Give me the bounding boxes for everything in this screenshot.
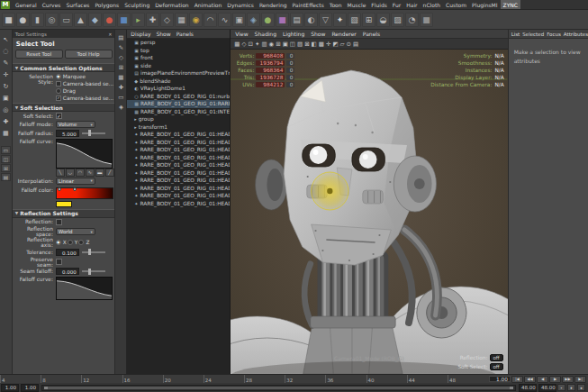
playback-button[interactable]: ◀◀ (524, 376, 536, 383)
outliner-menu-item[interactable]: Display (131, 31, 150, 37)
frame-tick[interactable]: 12 (81, 375, 122, 383)
shelf-tab-zync[interactable]: ZYNC (501, 0, 520, 9)
shelf-tab[interactable]: PluginsMI (469, 0, 500, 9)
playback-button[interactable]: ▶▶ (562, 376, 574, 383)
outliner-row[interactable]: ✦ RARE_BODY_01_GEO_RIG_01:HEAD_LIGHT_03 (127, 146, 230, 154)
playback-button[interactable]: ◀ (537, 376, 548, 383)
shelf-tab[interactable]: Sculpting (122, 0, 152, 9)
option-box[interactable] (78, 240, 84, 245)
shelf-icon[interactable]: ◉ (189, 13, 203, 27)
layout-button[interactable]: ◫ (1, 155, 11, 163)
playback-start-field[interactable]: 1.00 (21, 384, 39, 392)
outliner-row[interactable]: ▣ front (127, 54, 230, 62)
outliner-row[interactable]: ✦ RARE_BODY_01_GEO_RIG_01:HEAD_LIGHT_05 (127, 161, 230, 169)
viewport-toolbar-icon[interactable]: ⊠ (304, 41, 309, 48)
shelf-icon[interactable]: ✦ (333, 13, 347, 27)
tool-icon[interactable]: ✚ (0, 115, 11, 127)
frame-tick[interactable]: 44 (407, 375, 448, 383)
option-box[interactable]: ● (56, 74, 61, 79)
attribute-menu-item[interactable]: Focus (547, 32, 561, 37)
tolerance-slider[interactable] (82, 251, 105, 253)
section-common-selection-options[interactable]: ▼ Common Selection Options (13, 63, 115, 72)
selection-style-option[interactable]: ✓ Camera-based se... (56, 96, 113, 101)
section-reflection-settings[interactable]: ▼ Reflection Settings (13, 209, 115, 218)
viewport-toolbar-icon[interactable]: ▣ (283, 41, 288, 48)
viewport-menu-item[interactable]: Lighting (283, 31, 304, 37)
outliner-row[interactable]: ✦ RARE_BODY_01_GEO_RIG_01:HEAD_LIGHT_09 (127, 192, 230, 200)
viewport-menu-item[interactable]: Panels (363, 31, 380, 37)
attribute-menu-item[interactable]: Attributes (564, 32, 588, 37)
selection-style-option[interactable]: Drag (56, 88, 113, 94)
interpolation-dropdown[interactable]: Linear ▾ (56, 178, 95, 185)
outliner-row[interactable]: ✦ RARE_BODY_01_GEO_RIG_01:HEAD_LIGHT_10 (127, 200, 230, 208)
shelf-icon[interactable]: ■ (420, 13, 433, 27)
outliner-row[interactable]: ▦ RARE_BODY_01_GEO_RIG_01:INTERNAL_GEO (127, 108, 230, 116)
tool-icon[interactable]: ▦ (0, 127, 11, 139)
falloff-curve-widget[interactable] (56, 139, 113, 169)
tool-icon[interactable]: ✛ (0, 68, 11, 80)
slider-handle[interactable] (88, 269, 91, 275)
outliner-row[interactable]: ✦ RARE_BODY_01_GEO_RIG_01:HEAD_LIGHT_06 (127, 169, 230, 178)
viewport-toolbar-icon[interactable]: ▩ (319, 41, 324, 48)
shelf-icon[interactable]: ▭ (59, 13, 73, 27)
frame-tick[interactable]: 20 (163, 375, 204, 383)
reflection-checkbox[interactable] (56, 219, 62, 225)
timeline-option-button[interactable]: ♦ (567, 384, 575, 391)
shelf-tab[interactable]: Curves (40, 0, 64, 9)
outliner-row[interactable]: ▣ persp (127, 39, 230, 47)
outliner-row[interactable]: ◐ VRayLightDome1 (127, 85, 230, 93)
soft-select-checkbox[interactable]: ✓ (56, 113, 62, 119)
playback-button[interactable]: ▶ (549, 376, 561, 383)
frame-tick[interactable]: 32 (285, 375, 325, 383)
frame-tick[interactable]: 24 (204, 375, 244, 383)
viewport-toolbar-icon[interactable]: ◧ (312, 41, 317, 48)
close-icon[interactable]: ✕ (108, 32, 112, 37)
ramp-marker[interactable] (58, 187, 61, 191)
shelf-tab[interactable]: Muscle (345, 0, 369, 9)
slider-handle[interactable] (88, 249, 91, 255)
shelf-icon[interactable]: ■ (117, 13, 131, 27)
viewport-toolbar-icon[interactable]: ✛ (326, 41, 330, 48)
panel-strip-icon[interactable]: ◈ (116, 102, 126, 112)
shelf-icon[interactable]: ◆ (88, 13, 102, 27)
outliner-row[interactable]: ✦ RARE_BODY_01_GEO_RIG_01:HEAD_LIGHT_07 (127, 177, 230, 185)
shelf-tab[interactable]: nCloth (421, 0, 444, 9)
timeline-option-button[interactable]: ● (577, 384, 585, 391)
panel-strip-icon[interactable]: ▭ (116, 92, 126, 102)
playback-end-field[interactable]: 48.00 (519, 384, 537, 392)
shelf-icon[interactable]: ▮ (31, 13, 44, 27)
outliner-row[interactable]: ▸ transform1 (127, 123, 230, 132)
tool-icon[interactable]: ◎ (0, 104, 11, 115)
frame-tick[interactable]: 28 (244, 375, 285, 383)
reset-tool-button[interactable]: Reset Tool (15, 50, 63, 59)
option-box[interactable] (68, 240, 73, 245)
selection-style-option[interactable]: Camera-based se... (56, 81, 113, 87)
reflection-axis-option[interactable]: Y (68, 240, 78, 245)
outliner-row[interactable]: ○ RARE_BODY_01_GEO_RIG_01:nurbsCircle3D (127, 93, 230, 101)
shelf-icon[interactable]: ◔ (405, 13, 419, 27)
range-slider-track[interactable] (41, 385, 516, 391)
shelf-tab[interactable]: Toon (327, 0, 345, 9)
shelf-icon[interactable]: ◈ (247, 13, 260, 27)
current-frame-field[interactable]: 1.00 (489, 376, 511, 382)
viewport-toolbar-icon[interactable]: ▤ (353, 41, 358, 48)
shelf-icon[interactable]: ◐ (304, 13, 318, 27)
shelf-tab[interactable]: Dynamics (224, 0, 257, 9)
shelf-tab[interactable]: Animation (192, 0, 225, 9)
shelf-icon[interactable]: ▽ (319, 13, 332, 27)
viewport-toolbar-icon[interactable]: ▥ (261, 41, 267, 48)
reflection-axis-option[interactable]: Z (78, 240, 89, 245)
frame-tick[interactable]: 4 (0, 375, 41, 383)
slider-handle[interactable] (88, 130, 91, 136)
shelf-icon[interactable]: ▦ (175, 13, 188, 27)
shelf-tab[interactable]: Deformation (152, 0, 191, 9)
viewport-toolbar-icon[interactable]: ⊞ (276, 41, 280, 48)
outliner-row[interactable]: ▤ imagePlaneEnvironmentPreviewTm (127, 69, 230, 77)
shelf-icon[interactable]: ◇ (160, 13, 174, 27)
curve-preset-button[interactable]: ╱ (105, 169, 114, 177)
panel-strip-icon[interactable]: ⊞ (116, 62, 126, 72)
shelf-icon[interactable]: ✚ (146, 13, 159, 27)
shelf-tab[interactable]: Hair (403, 0, 420, 9)
seam-falloff-slider[interactable] (82, 270, 105, 272)
option-box[interactable]: ● (56, 240, 61, 245)
